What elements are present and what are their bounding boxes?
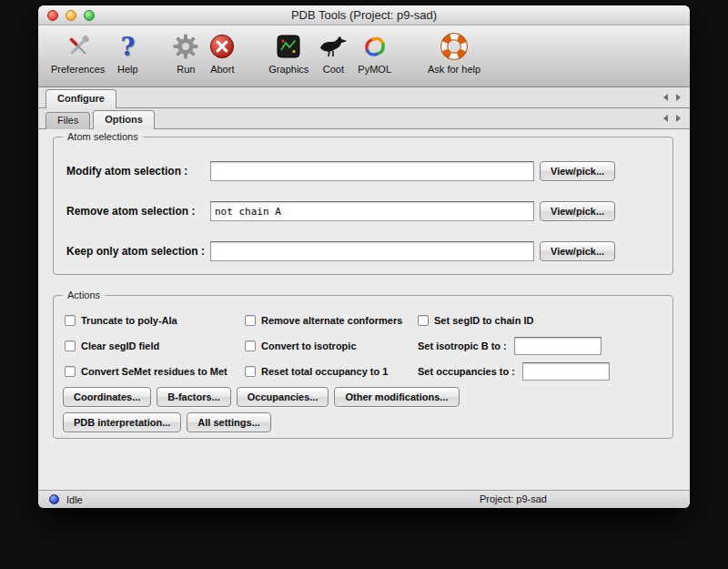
coordinates-button[interactable]: Coordinates... <box>63 387 151 407</box>
configure-tabstrip: Configure <box>38 87 690 108</box>
toolbar-label: Coot <box>323 64 344 75</box>
options-panel: Atom selections Modify atom selection : … <box>38 129 690 490</box>
checkbox-box <box>65 340 76 351</box>
set-occupancies-input[interactable] <box>522 362 610 381</box>
pdb-interpretation-button[interactable]: PDB interpretation... <box>63 412 181 432</box>
tab-files[interactable]: Files <box>46 112 90 129</box>
checkbox-convert-semet-residues[interactable]: Convert SeMet residues to Met <box>65 363 228 380</box>
question-mark-icon: ? <box>114 30 141 63</box>
tabstrip-scroll-arrows <box>663 94 681 101</box>
graphics-display-icon <box>275 30 302 63</box>
scroll-left-icon[interactable] <box>663 115 668 122</box>
statusbar: Idle Project: p9-sad <box>38 490 690 508</box>
scroll-right-icon[interactable] <box>676 94 681 101</box>
set-isotropic-b-input[interactable] <box>514 337 602 355</box>
keep-only-atom-selection-input[interactable] <box>210 241 534 261</box>
abort-x-icon <box>208 30 236 63</box>
toolbar-label: Ask for help <box>428 64 480 75</box>
set-occupancies-field: Set occupancies to : <box>418 362 610 381</box>
toolbar-label: Graphics <box>268 64 308 75</box>
modify-atom-selection-label: Modify atom selection : <box>66 159 187 183</box>
window-title: PDB Tools (Project: p9-sad) <box>38 5 690 25</box>
checkbox-truncate-to-poly-ala[interactable]: Truncate to poly-Ala <box>65 312 177 329</box>
checkbox-convert-to-isotropic[interactable]: Convert to isotropic <box>245 338 357 354</box>
set-isotropic-b-field: Set isotropic B to : <box>418 337 602 355</box>
toolbar-label: Abort <box>210 64 234 75</box>
atom-selections-group: Atom selections Modify atom selection : … <box>53 137 673 275</box>
keep-only-view-pick-button[interactable]: View/pick... <box>540 241 615 261</box>
toolbar-ask-for-help-button[interactable]: Ask for help <box>428 30 480 75</box>
checkbox-box <box>245 315 256 326</box>
pdb-tools-window: PDB Tools (Project: p9-sad) Preferences <box>38 5 690 508</box>
checkbox-set-segid-to-chain-id[interactable]: Set segID to chain ID <box>418 312 533 329</box>
toolbar-label: PyMOL <box>358 64 391 75</box>
toolbar-help-button[interactable]: ? Help <box>114 30 141 75</box>
remove-atom-selection-label: Remove atom selection : <box>66 199 195 223</box>
toolbar-abort-button[interactable]: Abort <box>208 30 236 75</box>
toolbar-pymol-button[interactable]: PyMOL <box>358 30 391 75</box>
files-options-tabstrip: Files Options <box>38 108 690 129</box>
actions-button-row-2: PDB interpretation... All settings... <box>63 412 271 432</box>
checkbox-clear-segid-field[interactable]: Clear segID field <box>65 338 159 354</box>
toolbar-label: Preferences <box>51 64 105 75</box>
set-isotropic-b-label: Set isotropic B to : <box>418 340 507 351</box>
other-modifications-button[interactable]: Other modifications... <box>334 387 459 407</box>
tab-configure[interactable]: Configure <box>46 89 116 108</box>
toolbar-label: Run <box>177 64 195 75</box>
actions-button-row-1: Coordinates... B-factors... Occupancies.… <box>63 387 460 407</box>
checkbox-box <box>245 340 256 351</box>
checkbox-box <box>418 315 429 326</box>
checkbox-box <box>65 366 76 377</box>
scroll-right-icon[interactable] <box>676 115 681 122</box>
status-text: Idle <box>66 494 83 505</box>
keep-only-atom-selection-row: Keep only atom selection : View/pick... <box>54 239 672 263</box>
coot-bird-icon <box>318 30 349 63</box>
status-indicator-icon <box>49 494 59 504</box>
b-factors-button[interactable]: B-factors... <box>157 387 230 407</box>
remove-view-pick-button[interactable]: View/pick... <box>540 201 615 221</box>
tools-icon <box>65 30 92 63</box>
gear-icon <box>172 30 199 63</box>
modify-atom-selection-input[interactable] <box>210 161 534 181</box>
toolbar-label: Help <box>117 64 138 75</box>
tab-options[interactable]: Options <box>93 110 155 129</box>
lifebuoy-icon <box>440 30 468 63</box>
toolbar-coot-button[interactable]: Coot <box>318 30 349 75</box>
actions-group: Actions Truncate to poly-Ala Remove alte… <box>53 295 673 439</box>
toolbar-run-button[interactable]: Run <box>172 30 199 75</box>
checkbox-reset-total-occupancy[interactable]: Reset total occupancy to 1 <box>245 363 388 380</box>
checkbox-box <box>245 366 256 377</box>
group-title: Actions <box>63 289 105 302</box>
checkbox-remove-alternate-conformers[interactable]: Remove alternate conformers <box>245 312 402 329</box>
all-settings-button[interactable]: All settings... <box>187 412 270 432</box>
group-title: Atom selections <box>63 130 143 144</box>
toolbar-preferences-button[interactable]: Preferences <box>51 30 105 75</box>
project-label: Project: p9-sad <box>480 491 547 508</box>
titlebar[interactable]: PDB Tools (Project: p9-sad) <box>38 5 690 25</box>
toolbar-graphics-button[interactable]: Graphics <box>268 30 308 75</box>
modify-atom-selection-row: Modify atom selection : View/pick... <box>54 159 672 183</box>
tabstrip-scroll-arrows <box>663 115 681 122</box>
remove-atom-selection-input[interactable] <box>210 201 534 221</box>
scroll-left-icon[interactable] <box>663 94 668 101</box>
set-occupancies-label: Set occupancies to : <box>418 366 515 377</box>
keep-only-atom-selection-label: Keep only atom selection : <box>66 239 205 263</box>
pymol-swirl-icon <box>361 30 389 63</box>
checkbox-box <box>65 315 76 326</box>
toolbar: Preferences ? Help Run <box>38 25 690 87</box>
remove-atom-selection-row: Remove atom selection : View/pick... <box>54 199 672 223</box>
occupancies-button[interactable]: Occupancies... <box>237 387 329 407</box>
modify-view-pick-button[interactable]: View/pick... <box>540 161 615 181</box>
